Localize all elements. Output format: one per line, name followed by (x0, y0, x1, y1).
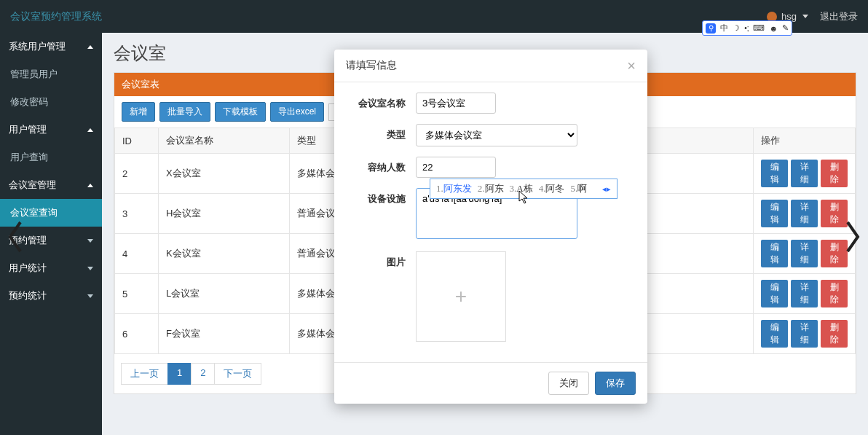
room-name-input[interactable] (416, 93, 496, 114)
label-name: 会议室名称 (346, 93, 416, 110)
label-capacity: 容纳人数 (346, 157, 416, 174)
modal-body: 会议室名称 类型 多媒体会议室 容纳人数 设备设施 a'ds'fa'f[aa'd… (334, 82, 647, 362)
modal-header: 请填写信息 × (334, 50, 647, 82)
ime-candidate-3[interactable]: 3.A栋 (510, 182, 533, 195)
modal-title: 请填写信息 (346, 59, 397, 72)
ime-page-arrows-icon[interactable]: ◂▸ (602, 184, 611, 194)
ime-candidate-5[interactable]: 5.啊 (570, 182, 587, 195)
ime-candidate-1[interactable]: 1.阿东发 (436, 182, 472, 195)
room-type-select[interactable]: 多媒体会议室 (416, 124, 577, 146)
carousel-next-icon[interactable] (842, 219, 864, 255)
carousel-prev-icon[interactable] (4, 219, 26, 255)
label-type: 类型 (346, 124, 416, 141)
close-button[interactable]: 关闭 (548, 372, 589, 395)
label-facilities: 设备设施 (346, 188, 416, 205)
image-upload[interactable]: + (416, 251, 506, 342)
label-image: 图片 (346, 251, 416, 269)
ime-candidate-2[interactable]: 2.阿东 (478, 182, 504, 195)
modal-footer: 关闭 保存 (334, 362, 647, 404)
modal: 请填写信息 × 会议室名称 类型 多媒体会议室 容纳人数 设备设施 a'ds'f… (334, 50, 647, 404)
capacity-input[interactable] (416, 157, 496, 178)
save-button[interactable]: 保存 (595, 372, 636, 395)
ime-candidate-4[interactable]: 4.阿冬 (539, 182, 565, 195)
ime-candidate-bar[interactable]: 1.阿东发 2.阿东 3.A栋 4.阿冬 5.啊 ◂▸ (430, 179, 618, 199)
close-icon[interactable]: × (627, 58, 636, 73)
